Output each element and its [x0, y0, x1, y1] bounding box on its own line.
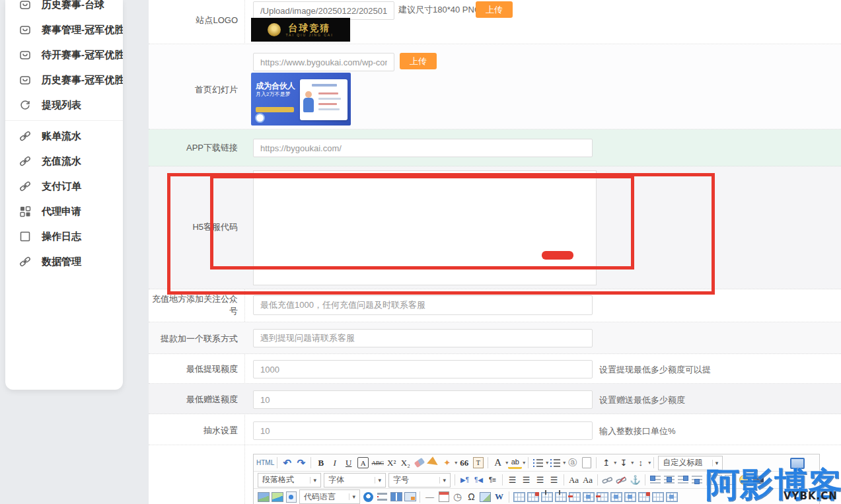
image-align-inline-icon[interactable]	[690, 473, 704, 487]
cell-properties-icon[interactable]	[609, 490, 623, 504]
screenshot-icon[interactable]	[403, 490, 417, 504]
sidebar-item-history-match[interactable]: 历史赛事-冠军优胜猜	[5, 67, 123, 92]
sidebar-item-op-log[interactable]: 操作日志	[5, 224, 123, 249]
field-label: 提款加一个联系方式	[149, 333, 238, 345]
align-left-icon[interactable]: ☰	[505, 473, 519, 487]
ordered-list-icon[interactable]	[531, 456, 545, 470]
blockquote-icon[interactable]: 66	[457, 456, 471, 470]
upload-button[interactable]: 上传	[400, 53, 437, 69]
font-size-select[interactable]: 字号▾	[388, 473, 451, 487]
sidebar-item-data-manage[interactable]: 数据管理	[5, 249, 123, 274]
page-break-icon[interactable]	[375, 490, 389, 504]
sidebar-item-pay-orders[interactable]: 支付订单	[5, 174, 123, 199]
sidebar: 历史赛事-台球 赛事管理-冠军优胜猜 待开赛事-冠军优胜猜 历史赛事-冠军优胜猜…	[5, 0, 123, 390]
sidebar-item-label: 支付订单	[42, 180, 81, 193]
site-logo-input[interactable]	[253, 1, 394, 20]
paste-as-text-icon[interactable]: T	[471, 456, 485, 470]
columns-icon[interactable]	[389, 490, 403, 504]
indent-icon[interactable]: ▶¶	[458, 473, 472, 487]
sidebar-item-history-billiards[interactable]: 历史赛事-台球	[5, 0, 123, 17]
home-slider-input[interactable]	[253, 53, 394, 71]
special-char-icon[interactable]: Ω	[464, 490, 478, 504]
anchor-link-icon[interactable]: ⓐ	[566, 456, 579, 470]
remove-link-icon[interactable]	[614, 473, 628, 487]
insert-row-icon[interactable]	[554, 490, 567, 504]
outdent-icon[interactable]: ¶◀	[472, 473, 486, 487]
insert-image-icon[interactable]	[256, 490, 270, 504]
redo-icon[interactable]: ↷	[294, 456, 308, 470]
line-height-icon[interactable]: ↕	[634, 456, 647, 470]
code-language-select[interactable]: 代码语言▾	[299, 489, 360, 504]
rake-input[interactable]	[253, 421, 593, 440]
lowercase-icon[interactable]: Aa	[581, 473, 595, 487]
font-color-icon[interactable]: A	[491, 456, 505, 470]
word-import-icon[interactable]: W	[492, 490, 506, 504]
delete-column-icon[interactable]	[637, 490, 651, 504]
sidebar-item-match-manage[interactable]: 赛事管理-冠军优胜猜	[5, 17, 123, 42]
insert-media-icon[interactable]	[284, 490, 298, 504]
bold-icon[interactable]: B	[314, 456, 328, 470]
chevron-down-icon: ▾	[375, 477, 381, 484]
align-center-icon[interactable]: ☰	[519, 473, 533, 487]
image-align-right-icon[interactable]	[676, 473, 690, 487]
align-justify-icon[interactable]: ☰	[547, 473, 561, 487]
unordered-list-icon[interactable]	[548, 456, 562, 470]
sidebar-item-recharge-flow[interactable]: 充值流水	[5, 149, 123, 174]
format-brush-icon[interactable]	[426, 456, 440, 470]
insert-flash-icon[interactable]	[270, 490, 284, 504]
insert-table-icon[interactable]	[512, 490, 526, 504]
sidebar-item-label: 赛事管理-冠军优胜猜	[42, 24, 123, 36]
merge-cells-icon[interactable]	[581, 490, 595, 504]
undo-icon[interactable]: ↶	[280, 456, 294, 470]
qq-icon[interactable]	[361, 490, 375, 504]
map-icon[interactable]	[478, 490, 492, 504]
anchor-icon[interactable]: ⚓	[628, 473, 642, 487]
withdraw-contact-input[interactable]	[253, 329, 593, 347]
highlight-color-icon[interactable]: ab	[508, 457, 522, 469]
calendar-icon[interactable]	[437, 490, 451, 504]
image-align-center-icon[interactable]	[662, 473, 676, 487]
search-replace-icon[interactable]	[665, 490, 678, 504]
sidebar-item-bill-flow[interactable]: 账单流水	[5, 124, 123, 149]
html-source-icon[interactable]: HTML	[256, 456, 274, 470]
italic-icon[interactable]: I	[328, 456, 342, 470]
sidebar-item-agent-apply[interactable]: 代理申请	[5, 199, 123, 224]
min-gift-input[interactable]	[253, 390, 593, 409]
margin-bottom-icon[interactable]: ↧	[616, 456, 630, 470]
clock-icon[interactable]: ◷	[451, 490, 464, 504]
recharge-note-input[interactable]	[253, 295, 593, 315]
split-cell-icon[interactable]	[595, 490, 609, 504]
delete-table-icon[interactable]	[526, 490, 540, 504]
delete-row-icon[interactable]	[623, 490, 637, 504]
new-page-icon[interactable]	[579, 456, 593, 470]
font-border-icon[interactable]: A	[357, 457, 369, 468]
image-align-left-icon[interactable]	[648, 473, 662, 487]
text-direction-icon[interactable]: ¶≡	[486, 473, 499, 487]
strikethrough-icon[interactable]: ABC	[371, 456, 384, 470]
subscript-icon[interactable]: X₂	[398, 456, 412, 470]
superscript-icon[interactable]: X²	[384, 456, 398, 470]
upload-button[interactable]: 上传	[476, 1, 513, 18]
insert-link-icon[interactable]	[601, 473, 614, 487]
margin-top-icon[interactable]: ↥	[599, 456, 613, 470]
form-row-app-link: APP下载链接	[149, 129, 841, 166]
grid-icon	[18, 205, 32, 218]
horizontal-rule-icon[interactable]: —	[423, 490, 437, 504]
magic-wand-icon[interactable]: ✦	[440, 456, 454, 470]
uppercase-icon[interactable]: Aa	[567, 473, 581, 487]
eraser-icon[interactable]	[412, 456, 426, 470]
font-family-select[interactable]: 字体▾	[324, 473, 386, 487]
banner-badge-icon	[255, 113, 265, 123]
app-link-input[interactable]	[253, 139, 593, 157]
insert-column-icon[interactable]	[567, 490, 581, 504]
min-withdraw-input[interactable]	[253, 360, 593, 378]
sidebar-item-withdraw-list[interactable]: 提现列表	[5, 92, 123, 118]
align-right-icon[interactable]: ☰	[533, 473, 547, 487]
chevron-down-icon[interactable]: ▾	[523, 460, 525, 466]
table-split-icon[interactable]	[651, 490, 665, 504]
row-properties-icon[interactable]	[540, 490, 554, 504]
chevron-down-icon[interactable]: ▾	[648, 460, 651, 466]
paragraph-format-select[interactable]: 段落格式▾	[258, 473, 321, 487]
underline-icon[interactable]: U	[342, 456, 355, 470]
sidebar-item-pending-match[interactable]: 待开赛事-冠军优胜猜	[5, 42, 123, 67]
